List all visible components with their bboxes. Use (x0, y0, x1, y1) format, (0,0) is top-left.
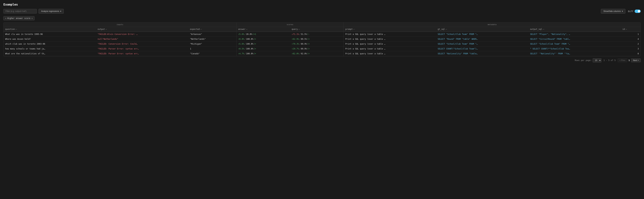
cell-id: 8 (621, 51, 640, 56)
table-row[interactable]: which club was in toronto 2003-06 "FAILE… (4, 42, 640, 46)
col-expected-more-icon[interactable]: ⋯ (200, 28, 202, 30)
cell-prompt: Print a SQL query (over a table … (344, 37, 436, 42)
cell-prompt: Print a SQL query (over a table … (344, 42, 436, 46)
cell-expected: 1 (188, 46, 236, 51)
table-row[interactable]: What clu was in toronto 1995-96 "FAILED:… (4, 32, 640, 37)
cell-output: "FAILED: Conversion Error: Could… (96, 42, 188, 46)
cell-output: "FAILED: Parser Error: syntax err… (96, 46, 188, 51)
pagination: Rows per page: 10 25 50 1 - 5 of 5 < Pre… (3, 58, 641, 62)
cell-output: "FAILED:Alvin Conversion Error: … (96, 32, 188, 37)
cell-output_sql: SELECT "School/Club Team" FROM "… (528, 42, 621, 46)
table-body: What clu was in toronto 1995-96 "FAILED:… (4, 32, 640, 56)
table-row[interactable]: how many schools or teams had ja… "FAILE… (4, 46, 640, 51)
cell-answer: ↑0.0%/100.0% (+ (236, 37, 290, 42)
rows-per-page-label: Rows per page: (575, 59, 592, 62)
cell-id: 3 (621, 46, 640, 51)
chevron-down-icon: ▾ (622, 10, 623, 12)
cell-id: 2 (621, 42, 640, 46)
diff-toggle-switch[interactable] (634, 10, 641, 13)
cell-output_sql: SELECT "CircuitRound" FROM "tabl… (528, 37, 621, 42)
cell-query: ↑29.7%/89.9% (+ (290, 46, 344, 51)
cell-prompt: Print a SQL query (over a table … (344, 32, 436, 37)
cell-expected: "Arkansas" (188, 32, 236, 37)
chevron-down-icon: ▾ (60, 10, 61, 12)
col-answer-more-icon[interactable]: ⋯ (246, 28, 247, 30)
col-question-more-icon[interactable]: ⋯ (16, 28, 17, 30)
filter-tags: ≡ Higher answer score × (3, 16, 641, 20)
col-question: question ⋯ (4, 27, 96, 32)
cell-expected: "Michigan" (188, 42, 236, 46)
group-header-row: inputs scores metadata (4, 22, 640, 27)
group-scores: scores (236, 22, 344, 27)
cell-question: which club was in toronto 2003-06 (4, 42, 96, 46)
table-row[interactable]: What are the nationalities of th… "FAILE… (4, 51, 640, 56)
show-hide-label: Show/hide columns (604, 10, 621, 12)
diff-toggle: Diff (628, 10, 641, 13)
filter-icon: ≡ (5, 17, 6, 20)
page-title: Examples (3, 3, 641, 6)
cell-answer: ↑0.5%/100.0% (+ (236, 46, 290, 51)
cell-question: What clu was in toronto 1995-96 (4, 32, 96, 37)
col-output: output ⋯ (96, 27, 188, 32)
diff-label: Diff (628, 10, 633, 12)
cell-output: "FAILED: Parser Error: syntax err… (96, 51, 188, 56)
rows-per-page: Rows per page: 10 25 50 (575, 58, 602, 62)
cell-gt_sql: SELECT "Nationality" FROM "table… (436, 51, 528, 56)
col-query-more-icon[interactable]: ⋯ (298, 28, 300, 30)
cell-output_sql: SELECT '"Nationality"' FROM '"ta… (528, 51, 621, 56)
analyze-label: Analyze regressions (41, 10, 59, 12)
pagination-info: 1 - 5 of 5 (604, 59, 616, 62)
col-prompt: prompt ⋯ (344, 27, 436, 32)
page-nav: < Prev 1 Next > (618, 58, 641, 62)
col-prompt-more-icon[interactable]: ⋯ (353, 28, 355, 30)
group-inputs: inputs (4, 22, 236, 27)
analyze-regressions-button[interactable]: Analyze regressions ▾ (38, 9, 64, 14)
prev-page-button[interactable]: < Prev (618, 58, 627, 62)
next-page-button[interactable]: Next > (631, 58, 641, 62)
data-table: inputs scores metadata question ⋯ output… (4, 22, 640, 56)
col-gt_sql: gt_sql ⋯ (436, 27, 528, 32)
cell-question: how many schools or teams had ja… (4, 46, 96, 51)
col-gt_sql-more-icon[interactable]: ⋯ (446, 28, 447, 30)
cell-gt_sql: SELECT "School/Club Team" FROM "… (436, 32, 528, 37)
col-id-more-icon[interactable]: ⋯ (626, 28, 627, 30)
col-output_sql-more-icon[interactable]: ⋯ (543, 28, 544, 30)
toolbar-right: Show/hide columns ▾ Diff (601, 9, 641, 14)
cell-query: ↑62.9%/89.5% (+ (290, 37, 344, 42)
cell-prompt: Print a SQL query (over a table … (344, 46, 436, 51)
cell-answer: ↑4.7%/100.0% (+ (236, 51, 290, 56)
cell-output_sql: " SELECT COUNT(*"School/Club Tea… (528, 46, 621, 51)
cell-prompt: Print a SQL query (over a table … (344, 51, 436, 56)
cell-output_sql: SELECT "Player", "Nationality", … (528, 32, 621, 37)
group-metadata: metadata (344, 22, 640, 27)
col-expected: expected ⋯ (188, 27, 236, 32)
cell-id: 4 (621, 37, 640, 42)
cell-answer: ↑5.6%/100.0% (+ (236, 42, 290, 46)
cell-question: What are the nationalities of th… (4, 51, 96, 56)
filter-tag-higher-answer-score: ≡ Higher answer score × (3, 16, 34, 20)
cell-expected: "Netherlands" (188, 37, 236, 42)
cell-query: ↓71.1%/51.5% (- (290, 32, 344, 37)
cell-query: ↑82.0%/92.0% (+ (290, 51, 344, 56)
rows-per-page-select[interactable]: 10 25 50 (593, 58, 602, 62)
col-output_sql: output_sql ⋯ (528, 27, 621, 32)
table-container: inputs scores metadata question ⋯ output… (3, 22, 641, 56)
filter-tag-label: Higher answer score (8, 17, 30, 20)
col-output-more-icon[interactable]: ⋯ (106, 28, 107, 30)
toolbar: Analyze regressions ▾ Show/hide columns … (3, 9, 641, 14)
toolbar-left: Analyze regressions ▾ (3, 9, 64, 14)
cell-query: ↑79.3%/89.9% (+ (290, 42, 344, 46)
cell-id: 1 (621, 32, 640, 37)
remove-filter-icon[interactable]: × (31, 17, 33, 20)
table-row[interactable]: Where was Assen held? null"Netherlands" … (4, 37, 640, 42)
cell-answer: ↑5.6%/20.0% (+1 (236, 32, 290, 37)
current-page: 1 (628, 59, 630, 62)
show-hide-columns-button[interactable]: Show/hide columns ▾ (601, 9, 626, 14)
cell-gt_sql: SELECT "School/Club Team" FROM "… (436, 42, 528, 46)
col-header-row: question ⋯ output ⋯ expected ⋯ (4, 27, 640, 32)
filter-input[interactable] (3, 9, 37, 14)
cell-gt_sql: SELECT "Round" FROM "table" WHER… (436, 37, 528, 42)
cell-question: Where was Assen held? (4, 37, 96, 42)
cell-expected: "Canada" (188, 51, 236, 56)
col-answer: answer ⋯ (236, 27, 290, 32)
